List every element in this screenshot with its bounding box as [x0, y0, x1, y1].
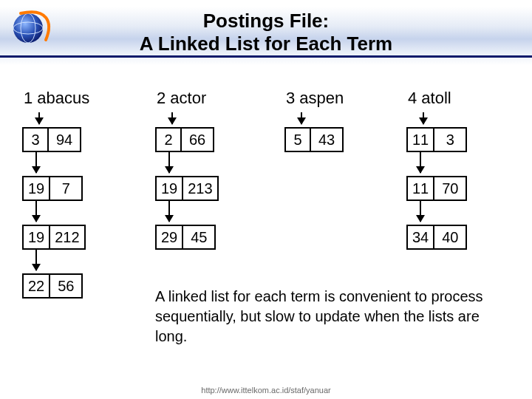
posting-node: 22 56 — [22, 273, 83, 299]
term-column: 1 abacus 3 94 19 7 19 212 22 56 — [22, 89, 126, 299]
term-label: 3 aspen — [284, 89, 388, 108]
term-label: 2 actor — [155, 89, 266, 108]
posting-node: 11 3 — [406, 127, 467, 152]
posting-tf: 66 — [182, 127, 214, 152]
posting-tf: 45 — [183, 225, 216, 250]
arrow-down-icon — [35, 201, 37, 222]
posting-tf: 94 — [49, 127, 81, 152]
posting-tf: 40 — [434, 225, 467, 250]
arrow-down-icon — [168, 152, 170, 173]
term-column: 2 actor 2 66 19 213 29 45 — [155, 89, 266, 250]
arrow-down-icon — [35, 250, 37, 270]
posting-tf: 43 — [311, 127, 344, 152]
term-column: 4 atoll 11 3 11 70 34 40 — [406, 89, 510, 250]
posting-doc: 11 — [406, 176, 434, 201]
arrow-down-icon — [171, 112, 173, 124]
arrow-down-icon — [38, 112, 40, 124]
posting-doc: 29 — [155, 225, 183, 250]
posting-tf: 213 — [183, 176, 218, 201]
posting-node: 34 40 — [406, 225, 467, 250]
slide-body: 1 abacus 3 94 19 7 19 212 22 56 — [22, 89, 510, 377]
posting-tf: 56 — [50, 273, 83, 299]
term-column: 3 aspen 5 43 — [284, 89, 388, 152]
posting-doc: 11 — [406, 127, 434, 152]
posting-node: 29 45 — [155, 225, 216, 250]
slide-title-line2: A Linked List for Each Term — [0, 33, 532, 55]
description-text: A linked list for each term is convenien… — [155, 287, 502, 347]
posting-doc: 19 — [22, 176, 50, 201]
posting-doc: 19 — [22, 225, 50, 250]
slide-title-line1: Postings File: — [0, 10, 532, 33]
title-wrap: Postings File: A Linked List for Each Te… — [0, 10, 532, 55]
posting-doc: 5 — [284, 127, 311, 152]
term-label: 4 atoll — [406, 89, 510, 108]
posting-doc: 2 — [155, 127, 182, 152]
posting-tf: 70 — [434, 176, 467, 201]
posting-node: 19 212 — [22, 225, 86, 250]
arrow-down-icon — [301, 112, 302, 124]
arrow-down-icon — [423, 112, 424, 124]
slide-header: Postings File: A Linked List for Each Te… — [0, 0, 532, 65]
footer-url: http://www.ittelkom.ac.id/staf/yanuar — [0, 386, 532, 395]
posting-tf: 7 — [50, 176, 83, 201]
posting-node: 5 43 — [284, 127, 344, 152]
arrow-down-icon — [168, 201, 170, 222]
posting-doc: 22 — [22, 273, 50, 299]
posting-node: 19 213 — [155, 176, 219, 201]
arrow-down-icon — [420, 201, 421, 222]
posting-node: 11 70 — [406, 176, 467, 201]
arrow-down-icon — [420, 152, 421, 173]
posting-node: 19 7 — [22, 176, 83, 201]
globe-logo-icon — [7, 4, 55, 52]
posting-tf: 212 — [50, 225, 85, 250]
slide: Postings File: A Linked List for Each Te… — [0, 0, 532, 399]
posting-doc: 3 — [22, 127, 49, 152]
posting-doc: 34 — [406, 225, 434, 250]
term-label: 1 abacus — [22, 89, 126, 108]
arrow-down-icon — [35, 152, 37, 173]
posting-node: 2 66 — [155, 127, 214, 152]
posting-node: 3 94 — [22, 127, 81, 152]
posting-tf: 3 — [434, 127, 467, 152]
svg-point-0 — [13, 13, 43, 43]
posting-doc: 19 — [155, 176, 183, 201]
